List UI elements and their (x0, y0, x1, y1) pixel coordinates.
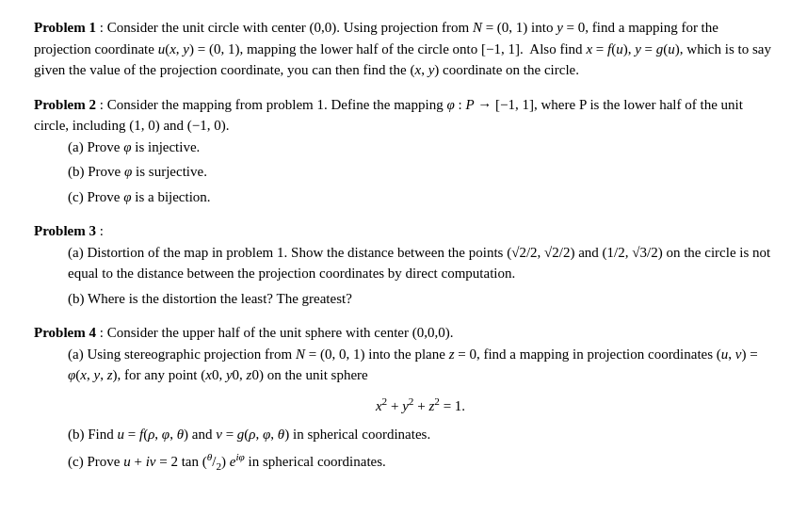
problem-2-part-b-text: Prove φ is surjective. (88, 164, 207, 179)
problem-4-part-b-text: Find u = f(ρ, φ, θ) and v = g(ρ, φ, θ) i… (88, 427, 430, 442)
problem-3-part-a-text: Distortion of the map in problem 1. Show… (68, 245, 770, 282)
problem-3-part-a: (a) Distortion of the map in problem 1. … (68, 242, 773, 284)
problem-2-part-c-text: Prove φ is a bijection. (87, 189, 210, 204)
problem-3: Problem 3 : (a) Distortion of the map in… (34, 220, 773, 309)
problem-2-part-c: (c) Prove φ is a bijection. (68, 186, 773, 208)
problem-4: Problem 4 : Consider the upper half of t… (34, 322, 773, 474)
problem-3-part-a-label: (a) (68, 245, 87, 260)
problem-3-label: Problem 3 (34, 223, 96, 238)
problem-4-part-c-text: Prove u + iv = 2 tan (θ/2) eiφ in spheri… (87, 454, 385, 469)
problem-4-part-a-label: (a) (68, 347, 87, 362)
problem-1-colon: : (96, 20, 107, 35)
problem-4-intro: Problem 4 : Consider the upper half of t… (34, 322, 773, 344)
problem-2: Problem 2 : Consider the mapping from pr… (34, 94, 773, 208)
problem-4-body: Consider the upper half of the unit sphe… (107, 325, 454, 340)
problem-4-part-b: (b) Find u = f(ρ, φ, θ) and v = g(ρ, φ, … (68, 424, 773, 445)
problem-4-part-c-label: (c) (68, 454, 87, 469)
problem-2-colon: : (96, 97, 107, 112)
problem-2-part-a-text: Prove φ is injective. (87, 139, 200, 154)
problem-1: Problem 1 : Consider the unit circle wit… (34, 17, 773, 81)
problem-3-part-b: (b) Where is the distortion the least? T… (68, 288, 773, 310)
problem-4-colon: : (96, 325, 107, 340)
problem-3-colon: : (96, 223, 104, 238)
problem-2-part-b: (b) Prove φ is surjective. (68, 161, 773, 183)
problem-4-part-a-text: Using stereographic projection from N = … (68, 347, 758, 383)
problem-4-part-c: (c) Prove u + iv = 2 tan (θ/2) eiφ in sp… (68, 449, 773, 475)
problem-4-part-a: (a) Using stereographic projection from … (68, 344, 773, 417)
problem-2-label: Problem 2 (34, 97, 96, 112)
problem-2-part-a-label: (a) (68, 139, 87, 154)
problem-4-equation-text: x2 + y2 + z2 = 1. (376, 398, 465, 413)
problem-4-equation: x2 + y2 + z2 = 1. (68, 394, 773, 417)
problem-4-part-b-label: (b) (68, 427, 88, 442)
problem-3-header: Problem 3 : (34, 220, 773, 242)
problem-4-label: Problem 4 (34, 325, 96, 340)
problem-2-body: Consider the mapping from problem 1. Def… (34, 97, 743, 134)
problem-2-part-c-label: (c) (68, 189, 87, 204)
problem-1-body: Consider the unit circle with center (0,… (34, 20, 771, 77)
problem-3-part-b-text: Where is the distortion the least? The g… (88, 291, 352, 306)
problem-1-text: Problem 1 : Consider the unit circle wit… (34, 17, 773, 81)
problem-2-intro: Problem 2 : Consider the mapping from pr… (34, 94, 773, 137)
problem-2-part-a: (a) Prove φ is injective. (68, 137, 773, 158)
problem-3-part-b-label: (b) (68, 291, 88, 306)
problem-1-label: Problem 1 (34, 20, 96, 35)
problem-2-part-b-label: (b) (68, 164, 88, 179)
